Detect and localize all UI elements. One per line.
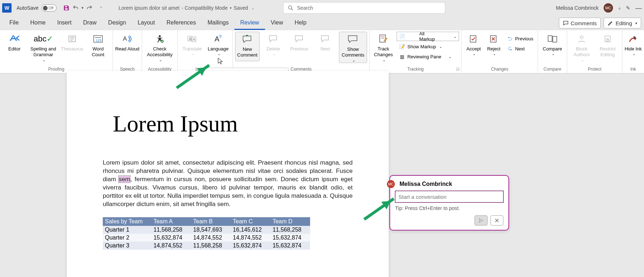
toggle-switch[interactable]: Off: [41, 4, 57, 12]
table-header[interactable]: Team A: [151, 217, 191, 226]
tab-mailings[interactable]: Mailings: [202, 17, 235, 30]
user-name[interactable]: Melissa Combrinck: [556, 5, 599, 11]
new-comment-button[interactable]: New Comment: [235, 32, 260, 61]
qat-customize-icon[interactable]: ⁼: [96, 3, 106, 13]
group-accessibility: Check Accessibility⌄ Accessibility: [142, 30, 178, 73]
avatar[interactable]: MC: [604, 3, 613, 13]
tab-draw[interactable]: Draw: [77, 17, 102, 30]
tab-view[interactable]: View: [265, 17, 289, 30]
spelling-button[interactable]: abc✓Spelling and Grammar⌄: [28, 32, 58, 62]
table-cell[interactable]: 15,632,874: [231, 242, 270, 250]
highlighted-text[interactable]: sem: [119, 176, 130, 183]
show-markup-button[interactable]: 📝Show Markup⌄: [397, 42, 459, 51]
autosave-label: AutoSave: [17, 5, 39, 11]
compare-button[interactable]: Compare⌄: [540, 32, 565, 61]
table-header[interactable]: Team D: [270, 217, 310, 226]
tab-review[interactable]: Review: [234, 17, 265, 30]
wordcount-button[interactable]: 123Word Count: [86, 32, 110, 61]
send-icon: [478, 218, 484, 223]
editing-mode-button[interactable]: Editing▾: [604, 18, 641, 28]
reviewing-pane-button[interactable]: ▥Reviewing Pane⌄: [397, 52, 459, 61]
table-cell[interactable]: 14,874,552: [191, 234, 231, 242]
tab-home[interactable]: Home: [25, 17, 52, 30]
sales-table[interactable]: Sales by TeamTeam ATeam BTeam CTeam D Qu…: [103, 217, 310, 250]
save-icon[interactable]: [62, 3, 71, 13]
accept-button[interactable]: Accept⌄: [464, 32, 483, 61]
table-row[interactable]: Quarter 314,874,55211,568,25815,632,8741…: [103, 242, 310, 250]
markup-dropdown[interactable]: 📄All Markup⌄: [397, 32, 459, 41]
comment-avatar: MC: [387, 180, 395, 188]
table-cell[interactable]: Quarter 3: [103, 242, 151, 250]
table-cell[interactable]: 14,874,552: [231, 234, 270, 242]
svg-point-0: [288, 6, 292, 9]
hide-ink-button[interactable]: Hide Ink⌄: [625, 32, 642, 61]
table-cell[interactable]: 11,568,258: [191, 242, 231, 250]
redo-icon[interactable]: [85, 3, 94, 13]
svg-rect-26: [553, 36, 557, 42]
document-page: Lorem Ipsum Lorem ipsum dolor sit amet, …: [67, 71, 389, 277]
tab-help[interactable]: Help: [289, 17, 312, 30]
comment-card: MC Melissa Combrinck Tip: Press Ctrl+Ent…: [389, 175, 509, 231]
undo-icon[interactable]: [71, 3, 80, 13]
table-cell[interactable]: 15,632,874: [270, 242, 310, 250]
comments-pane-button[interactable]: Comments: [559, 18, 601, 28]
next-change-button[interactable]: ⮎Next: [504, 44, 535, 53]
comment-tip: Tip: Press Ctrl+Enter to post.: [395, 205, 503, 211]
table-header[interactable]: Sales by Team: [103, 217, 151, 226]
document-paragraph[interactable]: Lorem ipsum dolor sit amet, consectetur …: [103, 159, 353, 209]
tab-references[interactable]: References: [161, 17, 202, 30]
document-title[interactable]: Lorem ipsum dolor sit amet - Compatibili…: [119, 5, 254, 11]
table-row[interactable]: Quarter 111,568,25818,547,69316,145,6121…: [103, 226, 310, 234]
editor-button[interactable]: Editor: [2, 32, 27, 61]
group-tracking: Track Changes⌄ 📄All Markup⌄ 📝Show Markup…: [370, 30, 462, 73]
ribbon: Editor abc✓Spelling and Grammar⌄ Thesaur…: [0, 30, 644, 73]
table-cell[interactable]: 15,632,874: [270, 234, 310, 242]
search-box[interactable]: Search: [283, 2, 445, 14]
table-cell[interactable]: 15,632,874: [151, 234, 191, 242]
document-heading[interactable]: Lorem Ipsum: [113, 111, 389, 137]
table-cell[interactable]: 11,568,258: [270, 226, 310, 234]
svg-rect-20: [380, 35, 385, 42]
cancel-comment-button[interactable]: [490, 215, 503, 225]
previous-change-button[interactable]: ⮌Previous: [504, 34, 535, 43]
table-cell[interactable]: 18,547,693: [191, 226, 231, 234]
group-proofing: Editor abc✓Spelling and Grammar⌄ Thesaur…: [0, 30, 113, 73]
svg-text:123: 123: [96, 39, 101, 42]
table-cell[interactable]: Quarter 2: [103, 234, 151, 242]
minimize-icon[interactable]: —: [635, 4, 642, 12]
group-compare: Compare⌄ Compare: [538, 30, 567, 73]
table-cell[interactable]: 14,874,552: [151, 242, 191, 250]
diamond-icon[interactable]: ⬨: [618, 5, 621, 11]
svg-text:字: 字: [219, 35, 222, 39]
table-cell[interactable]: Quarter 1: [103, 226, 151, 234]
table-header[interactable]: Team C: [231, 217, 270, 226]
tracking-launcher-icon[interactable]: ◲: [456, 67, 459, 71]
pen-icon[interactable]: ✎: [626, 5, 630, 11]
comment-input[interactable]: [395, 191, 503, 202]
autosave-toggle[interactable]: AutoSave Off: [17, 4, 57, 12]
check-accessibility-button[interactable]: Check Accessibility⌄: [144, 32, 175, 62]
tab-insert[interactable]: Insert: [51, 17, 77, 30]
comment-icon: [563, 20, 569, 26]
undo-dropdown-icon[interactable]: ▼: [80, 3, 85, 13]
table-cell[interactable]: 16,145,612: [231, 226, 270, 234]
comment-author: Melissa Combrinck: [400, 181, 503, 187]
tab-design[interactable]: Design: [102, 17, 132, 30]
close-icon: [494, 218, 499, 223]
svg-text:A: A: [193, 37, 195, 41]
track-changes-button[interactable]: Track Changes⌄: [372, 32, 395, 62]
table-cell[interactable]: 11,568,258: [151, 226, 191, 234]
read-aloud-button[interactable]: ARead Aloud: [115, 32, 140, 61]
table-row[interactable]: Quarter 215,632,87414,874,55214,874,5521…: [103, 234, 310, 242]
show-comments-button[interactable]: Show Comments⌄: [339, 32, 367, 63]
reject-button[interactable]: Reject⌄: [485, 32, 503, 61]
group-ink: Hide Ink⌄ Ink: [622, 30, 644, 73]
table-header[interactable]: Team B: [191, 217, 231, 226]
group-comments: New Comment Delete⌄ Previous Next Show C…: [233, 30, 370, 73]
language-button[interactable]: A字Language⌄: [206, 32, 230, 61]
search-icon: [288, 5, 294, 11]
tab-layout[interactable]: Layout: [132, 17, 161, 30]
pencil-icon: [608, 20, 613, 26]
group-changes: Accept⌄ Reject⌄ ⮌Previous ⮎Next Changes: [462, 30, 538, 73]
tab-file[interactable]: File: [4, 17, 25, 30]
